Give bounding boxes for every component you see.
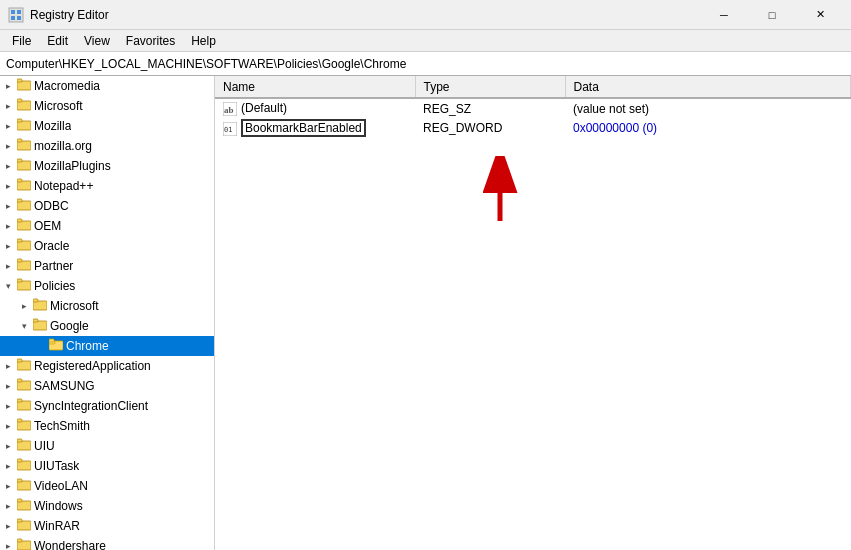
col-data[interactable]: Data [565, 76, 851, 98]
folder-icon [16, 78, 32, 94]
table-row[interactable]: 01BookmarkBarEnabledREG_DWORD0x00000000 … [215, 118, 851, 138]
tree-item-windows[interactable]: ▸Windows [0, 496, 214, 516]
svg-rect-2 [17, 10, 21, 14]
svg-rect-18 [17, 199, 22, 202]
folder-icon [16, 518, 32, 534]
tree-item-uiu[interactable]: ▸UIU [0, 436, 214, 456]
expand-icon: ▸ [0, 221, 16, 231]
reg-data-cell: (value not set) [565, 98, 851, 118]
expand-icon: ▸ [0, 181, 16, 191]
svg-rect-43 [17, 439, 22, 442]
expand-icon: ▸ [0, 361, 16, 371]
tree-item-mozilla-org[interactable]: ▸mozilla.org [0, 136, 214, 156]
col-type[interactable]: Type [415, 76, 565, 98]
svg-rect-51 [17, 519, 22, 522]
tree-item-label: Microsoft [50, 299, 99, 313]
menu-edit[interactable]: Edit [39, 30, 76, 51]
folder-icon [16, 178, 32, 194]
expand-icon: ▸ [0, 241, 16, 251]
tree-item-label: SyncIntegrationClient [34, 399, 148, 413]
tree-item-label: Chrome [66, 339, 109, 353]
svg-rect-35 [17, 359, 22, 362]
col-name[interactable]: Name [215, 76, 415, 98]
svg-rect-10 [17, 119, 22, 122]
window-title: Registry Editor [30, 8, 109, 22]
expand-icon: ▸ [0, 141, 16, 151]
tree-item-mozilla[interactable]: ▸Mozilla [0, 116, 214, 136]
tree-item-chrome[interactable]: Chrome [0, 336, 214, 356]
tree-item-label: MozillaPlugins [34, 159, 111, 173]
expand-icon: ▸ [0, 501, 16, 511]
folder-icon [16, 358, 32, 374]
title-bar: Registry Editor ─ □ ✕ [0, 0, 851, 30]
address-bar: Computer\HKEY_LOCAL_MACHINE\SOFTWARE\Pol… [0, 52, 851, 76]
reg-name-text: (Default) [241, 101, 287, 115]
expand-icon: ▸ [0, 261, 16, 271]
tree-item-label: Microsoft [34, 99, 83, 113]
tree-item-videolan[interactable]: ▸VideoLAN [0, 476, 214, 496]
dword-icon: 01 [223, 122, 237, 136]
close-button[interactable]: ✕ [797, 0, 843, 30]
expand-icon: ▸ [0, 481, 16, 491]
tree-item-odbc[interactable]: ▸ODBC [0, 196, 214, 216]
svg-rect-16 [17, 179, 22, 182]
tree-item-label: Policies [34, 279, 75, 293]
tree-item-samsung[interactable]: ▸SAMSUNG [0, 376, 214, 396]
tree-item-notepadpp[interactable]: ▸Notepad++ [0, 176, 214, 196]
tree-item-mozillaplugins[interactable]: ▸MozillaPlugins [0, 156, 214, 176]
tree-panel[interactable]: ▸Macromedia▸Microsoft▸Mozilla▸mozilla.or… [0, 76, 215, 550]
tree-item-label: Oracle [34, 239, 69, 253]
folder-icon [48, 338, 64, 354]
folder-icon [16, 378, 32, 394]
menu-help[interactable]: Help [183, 30, 224, 51]
menu-bar: File Edit View Favorites Help [0, 30, 851, 52]
table-row[interactable]: ab(Default)REG_SZ(value not set) [215, 98, 851, 118]
folder-icon [16, 118, 32, 134]
tree-item-microsoft[interactable]: ▸Microsoft [0, 96, 214, 116]
tree-item-syncintegrationclient[interactable]: ▸SyncIntegrationClient [0, 396, 214, 416]
svg-rect-37 [17, 379, 22, 382]
tree-item-winrar[interactable]: ▸WinRAR [0, 516, 214, 536]
tree-item-techsmith[interactable]: ▸TechSmith [0, 416, 214, 436]
main-content: ▸Macromedia▸Microsoft▸Mozilla▸mozilla.or… [0, 76, 851, 550]
tree-item-label: OEM [34, 219, 61, 233]
address-path: Computer\HKEY_LOCAL_MACHINE\SOFTWARE\Pol… [6, 57, 406, 71]
tree-item-label: ODBC [34, 199, 69, 213]
tree-item-partner[interactable]: ▸Partner [0, 256, 214, 276]
ab-icon: ab [223, 102, 237, 116]
tree-item-label: Macromedia [34, 79, 100, 93]
tree-item-label: VideoLAN [34, 479, 88, 493]
expand-icon: ▸ [0, 441, 16, 451]
tree-item-label: Mozilla [34, 119, 71, 133]
tree-item-microsoft2[interactable]: ▸Microsoft [0, 296, 214, 316]
tree-item-registeredapplications[interactable]: ▸RegisteredApplication [0, 356, 214, 376]
maximize-button[interactable]: □ [749, 0, 795, 30]
tree-item-label: mozilla.org [34, 139, 92, 153]
tree-item-label: TechSmith [34, 419, 90, 433]
folder-icon [32, 298, 48, 314]
folder-icon [16, 258, 32, 274]
menu-favorites[interactable]: Favorites [118, 30, 183, 51]
expand-icon: ▸ [0, 201, 16, 211]
tree-item-uiutask[interactable]: ▸UIUTask [0, 456, 214, 476]
tree-item-google[interactable]: ▾Google [0, 316, 214, 336]
tree-item-label: Wondershare [34, 539, 106, 550]
tree-item-oem[interactable]: ▸OEM [0, 216, 214, 236]
svg-text:ab: ab [224, 105, 234, 115]
minimize-button[interactable]: ─ [701, 0, 747, 30]
tree-item-macromedia[interactable]: ▸Macromedia [0, 76, 214, 96]
menu-file[interactable]: File [4, 30, 39, 51]
reg-data-cell: 0x00000000 (0) [565, 118, 851, 138]
svg-rect-6 [17, 79, 22, 82]
svg-rect-1 [11, 10, 15, 14]
svg-rect-30 [33, 319, 38, 322]
right-panel[interactable]: Name Type Data ab(Default)REG_SZ(value n… [215, 76, 851, 550]
expand-icon: ▸ [16, 301, 32, 311]
tree-item-policies[interactable]: ▾Policies [0, 276, 214, 296]
svg-rect-14 [17, 159, 22, 162]
svg-rect-3 [11, 16, 15, 20]
tree-item-wondershare[interactable]: ▸Wondershare [0, 536, 214, 550]
app-icon [8, 7, 24, 23]
menu-view[interactable]: View [76, 30, 118, 51]
tree-item-oracle[interactable]: ▸Oracle [0, 236, 214, 256]
